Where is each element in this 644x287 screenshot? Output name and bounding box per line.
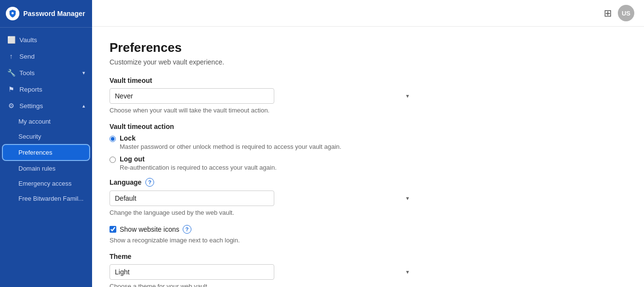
sidebar: Password Manager ⬜ Vaults ↑ Send 🔧 Tools… xyxy=(0,0,92,287)
sidebar-item-free-bitwarden[interactable]: Free Bitwarden Famil... xyxy=(0,191,92,206)
chevron-down-icon: ▾ xyxy=(82,70,85,76)
lock-description: Master password or other unlock method i… xyxy=(120,143,341,150)
sidebar-item-reports-label: Reports xyxy=(19,86,42,93)
sidebar-item-my-account-label: My account xyxy=(18,118,50,125)
show-icons-help-icon[interactable]: ? xyxy=(183,225,191,234)
sidebar-item-free-bitwarden-label: Free Bitwarden Famil... xyxy=(18,195,83,202)
language-section: Language ? Default English Spanish Frenc… xyxy=(110,178,414,216)
logout-option: Log out Re-authentication is required to… xyxy=(110,155,414,171)
logout-description: Re-authentication is required to access … xyxy=(120,164,277,171)
theme-select-wrapper: Light Dark Nord Solarized Dark xyxy=(110,264,414,280)
sidebar-item-settings[interactable]: ⚙ Settings ▴ xyxy=(0,97,92,114)
sidebar-item-security-label: Security xyxy=(18,133,41,140)
language-select-wrapper: Default English Spanish French German xyxy=(110,191,414,206)
vault-timeout-action-radios: Lock Master password or other unlock met… xyxy=(110,134,414,171)
app-logo xyxy=(6,7,19,20)
language-label: Language xyxy=(110,178,141,186)
svg-point-0 xyxy=(12,12,14,15)
language-select-wrapper-container: Default English Spanish French German xyxy=(110,191,414,206)
main-content: ⊞ US Preferences Customize your web vaul… xyxy=(92,0,644,287)
topbar: ⊞ US xyxy=(92,0,644,27)
sidebar-item-send-label: Send xyxy=(19,53,35,60)
sidebar-item-tools-label: Tools xyxy=(19,69,35,77)
sidebar-item-preferences[interactable]: Preferences xyxy=(3,145,89,160)
language-hint: Change the language used by the web vaul… xyxy=(110,209,414,216)
sidebar-item-domain-rules[interactable]: Domain rules xyxy=(0,161,92,176)
sidebar-item-preferences-label: Preferences xyxy=(18,149,52,156)
sidebar-header: Password Manager xyxy=(0,0,92,28)
show-icons-row: Show website icons ? xyxy=(110,225,414,234)
language-select[interactable]: Default English Spanish French German xyxy=(110,191,274,206)
chevron-up-icon: ▴ xyxy=(82,103,85,109)
sidebar-item-tools[interactable]: 🔧 Tools ▾ xyxy=(0,64,92,81)
vault-timeout-action-section: Vault timeout action Lock Master passwor… xyxy=(110,123,414,171)
settings-icon: ⚙ xyxy=(7,102,16,110)
lock-option: Lock Master password or other unlock met… xyxy=(110,134,414,150)
sidebar-item-vaults[interactable]: ⬜ Vaults xyxy=(0,32,92,48)
vault-timeout-select[interactable]: Never 1 minute 5 minutes 15 minutes 30 m… xyxy=(110,88,274,104)
vaults-icon: ⬜ xyxy=(7,36,16,44)
preferences-content: Preferences Customize your web vault exp… xyxy=(92,27,431,287)
send-icon: ↑ xyxy=(7,52,16,60)
show-icons-checkbox[interactable] xyxy=(110,226,116,233)
vault-timeout-hint: Choose when your vault will take the vau… xyxy=(110,107,414,114)
sidebar-item-my-account[interactable]: My account xyxy=(0,114,92,129)
sidebar-item-vaults-label: Vaults xyxy=(19,36,37,44)
sidebar-item-security[interactable]: Security xyxy=(0,129,92,144)
show-icons-section: Show website icons ? Show a recognizable… xyxy=(110,225,414,244)
tools-icon: 🔧 xyxy=(7,69,16,77)
show-icons-label[interactable]: Show website icons xyxy=(120,225,179,233)
vault-timeout-section: Vault timeout Never 1 minute 5 minutes 1… xyxy=(110,77,414,114)
page-subtitle: Customize your web vault experience. xyxy=(110,58,414,66)
sidebar-item-domain-rules-label: Domain rules xyxy=(18,165,56,172)
language-label-row: Language ? xyxy=(110,178,414,187)
avatar[interactable]: US xyxy=(618,5,634,21)
grid-icon[interactable]: ⊞ xyxy=(604,7,612,19)
show-icons-hint: Show a recognizable image next to each l… xyxy=(110,237,414,244)
app-name: Password Manager xyxy=(23,10,85,17)
lock-option-text: Lock Master password or other unlock met… xyxy=(120,134,341,150)
logout-radio[interactable] xyxy=(110,157,116,163)
theme-label: Theme xyxy=(110,253,414,260)
sidebar-item-send[interactable]: ↑ Send xyxy=(0,48,92,64)
theme-select[interactable]: Light Dark Nord Solarized Dark xyxy=(110,264,274,280)
logout-option-text: Log out Re-authentication is required to… xyxy=(120,155,277,171)
sidebar-item-reports[interactable]: ⚑ Reports xyxy=(0,81,92,97)
theme-section: Theme Light Dark Nord Solarized Dark Cho… xyxy=(110,253,414,287)
reports-icon: ⚑ xyxy=(7,85,16,93)
vault-timeout-action-label: Vault timeout action xyxy=(110,123,414,130)
lock-radio[interactable] xyxy=(110,136,116,142)
sidebar-nav: ⬜ Vaults ↑ Send 🔧 Tools ▾ ⚑ Reports ⚙ Se… xyxy=(0,28,92,287)
theme-hint: Choose a theme for your web vault. xyxy=(110,283,414,287)
vault-timeout-select-wrapper: Never 1 minute 5 minutes 15 minutes 30 m… xyxy=(110,88,414,104)
sidebar-item-emergency-access[interactable]: Emergency access xyxy=(0,176,92,191)
vault-timeout-label: Vault timeout xyxy=(110,77,414,84)
sidebar-item-settings-label: Settings xyxy=(19,102,43,110)
logout-label: Log out xyxy=(120,155,277,163)
sidebar-item-emergency-access-label: Emergency access xyxy=(18,180,72,187)
language-help-icon[interactable]: ? xyxy=(145,178,154,187)
page-title: Preferences xyxy=(110,40,414,55)
lock-label: Lock xyxy=(120,134,341,142)
